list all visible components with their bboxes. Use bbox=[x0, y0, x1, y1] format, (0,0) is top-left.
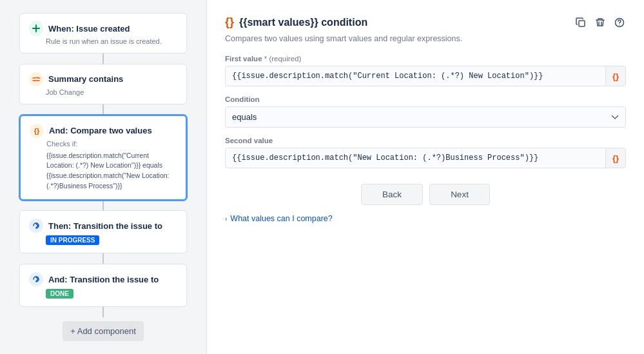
second-value-smart-btn[interactable]: {} bbox=[605, 148, 625, 168]
connector-2 bbox=[102, 104, 104, 115]
flow-item-transition1[interactable]: Then: Transition the issue to IN PROGRES… bbox=[19, 210, 187, 253]
transition2-icon bbox=[29, 272, 43, 286]
flow-item-compare[interactable]: {} And: Compare two values Checks if: {{… bbox=[19, 115, 187, 201]
connector-3 bbox=[102, 201, 104, 211]
second-value-label: Second value bbox=[225, 137, 626, 144]
panel-title-icon: {} bbox=[225, 15, 234, 29]
first-value-label: First value * (required) bbox=[225, 55, 626, 63]
transition1-icon bbox=[29, 219, 43, 233]
panel-title-container: {} {{smart values}} condition bbox=[225, 15, 367, 29]
connector-5 bbox=[102, 307, 104, 317]
flow-item-summary[interactable]: Summary contains Job Change bbox=[19, 64, 187, 104]
panel-header: {} {{smart values}} condition bbox=[225, 15, 626, 29]
flow-item-transition2[interactable]: And: Transition the issue to DONE bbox=[19, 264, 187, 307]
svg-point-2 bbox=[619, 25, 620, 26]
compare-detail: {{issue.description.match("Current Locat… bbox=[46, 151, 177, 192]
copy-button[interactable] bbox=[574, 16, 587, 29]
required-marker: * (required) bbox=[264, 55, 302, 63]
first-value-smart-btn[interactable]: {} bbox=[605, 66, 625, 86]
compare-subtitle: Checks if: bbox=[46, 140, 177, 148]
panel-title-text: {{smart values}} condition bbox=[239, 17, 367, 28]
second-value-input[interactable] bbox=[226, 148, 605, 168]
right-panel: {} {{smart values}} condition bbox=[206, 0, 644, 354]
panel-actions bbox=[574, 16, 626, 29]
condition-label: Condition bbox=[225, 95, 626, 103]
next-button[interactable]: Next bbox=[429, 184, 490, 205]
help-link-text: What values can I compare? bbox=[230, 214, 332, 223]
summary-subtitle: Job Change bbox=[46, 88, 177, 96]
transition2-title: And: Transition the issue to bbox=[48, 275, 159, 284]
connector-4 bbox=[102, 253, 104, 264]
button-row: Back Next bbox=[225, 184, 626, 205]
transition1-title: Then: Transition the issue to bbox=[48, 221, 162, 231]
trigger-subtitle: Rule is run when an issue is created. bbox=[46, 37, 177, 45]
summary-icon bbox=[29, 72, 43, 86]
trigger-title: When: Issue created bbox=[48, 24, 130, 34]
first-value-input[interactable] bbox=[226, 66, 605, 86]
add-component-label: + Add component bbox=[70, 326, 136, 336]
compare-icon: {} bbox=[30, 124, 44, 138]
second-value-input-row: {} bbox=[225, 148, 626, 168]
trigger-icon bbox=[29, 21, 43, 35]
transition2-badge: DONE bbox=[46, 289, 73, 299]
first-value-input-row: {} bbox=[225, 66, 626, 86]
summary-title: Summary contains bbox=[48, 74, 123, 84]
flow-item-trigger[interactable]: When: Issue created Rule is run when an … bbox=[19, 13, 187, 54]
condition-select[interactable]: equals not equals matches not matches gr… bbox=[225, 106, 626, 128]
connector-1 bbox=[102, 54, 104, 64]
add-component-button[interactable]: + Add component bbox=[63, 321, 144, 341]
compare-title: And: Compare two values bbox=[49, 126, 152, 135]
help-link[interactable]: › What values can I compare? bbox=[225, 214, 626, 223]
panel-description: Compares two values using smart values a… bbox=[225, 34, 626, 43]
help-button[interactable] bbox=[613, 16, 626, 29]
svg-rect-0 bbox=[579, 21, 585, 26]
transition1-badge: IN PROGRESS bbox=[46, 235, 99, 245]
chevron-right-icon: › bbox=[225, 215, 227, 222]
left-panel: When: Issue created Rule is run when an … bbox=[0, 0, 206, 354]
back-button[interactable]: Back bbox=[361, 184, 423, 205]
delete-button[interactable] bbox=[594, 16, 607, 29]
